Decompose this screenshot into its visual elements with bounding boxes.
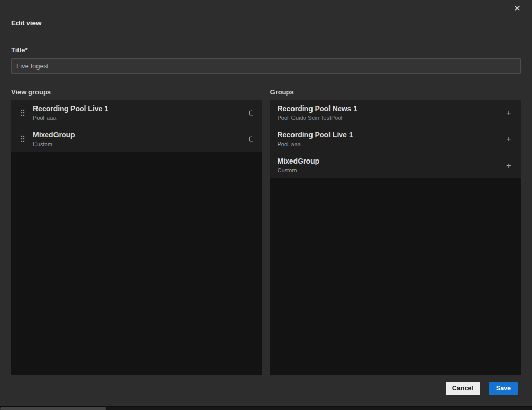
group-row: MixedGroup Custom + (270, 152, 521, 179)
group-name-label: aaa (291, 141, 301, 147)
scrollbar-thumb[interactable] (0, 407, 106, 410)
title-label: Title* (11, 46, 521, 54)
group-info: Recording Pool Live 1 Poolaaa (278, 131, 505, 148)
view-groups-panel: Recording Pool Live 1 Poolaaa (11, 100, 262, 375)
group-row: Recording Pool News 1 PoolGuido Sein Tes… (270, 100, 521, 126)
group-info: MixedGroup Custom (278, 157, 505, 174)
remove-group-icon[interactable] (248, 109, 255, 117)
add-group-icon[interactable]: + (504, 108, 513, 118)
add-group-icon[interactable]: + (504, 160, 513, 171)
edit-view-dialog: ✕ Edit view Title* View groups Record (0, 0, 532, 410)
group-info: Recording Pool News 1 PoolGuido Sein Tes… (278, 104, 505, 121)
group-title: Recording Pool News 1 (278, 104, 505, 114)
group-title: Recording Pool Live 1 (278, 131, 505, 140)
drag-handle-icon[interactable] (21, 135, 28, 142)
group-type-label: Pool (33, 115, 44, 121)
save-button[interactable]: Save (489, 382, 518, 395)
group-info: Recording Pool Live 1 Poolaaa (33, 104, 248, 121)
view-groups-heading: View groups (11, 88, 262, 96)
group-type-label: Custom (278, 167, 297, 173)
group-title: MixedGroup (33, 131, 248, 140)
group-name-label: Guido Sein TestPool (291, 115, 342, 121)
view-group-row: MixedGroup Custom (11, 126, 262, 152)
group-subtitle: Poolaaa (278, 141, 505, 147)
dialog-title: Edit view (11, 0, 521, 27)
group-subtitle: Poolaaa (33, 115, 248, 121)
group-type-label: Pool (278, 115, 289, 121)
cancel-button[interactable]: Cancel (446, 382, 480, 395)
group-title: Recording Pool Live 1 (33, 104, 248, 114)
remove-group-icon[interactable] (248, 135, 255, 143)
group-row: Recording Pool Live 1 Poolaaa + (270, 126, 521, 152)
group-subtitle: PoolGuido Sein TestPool (278, 115, 505, 121)
drag-handle-icon[interactable] (21, 109, 28, 116)
group-name-label: aaa (47, 115, 56, 121)
group-type-label: Custom (33, 141, 52, 147)
view-group-row: Recording Pool Live 1 Poolaaa (11, 100, 262, 126)
group-type-label: Pool (278, 141, 289, 147)
add-group-icon[interactable]: + (504, 134, 513, 145)
horizontal-scrollbar[interactable] (0, 406, 532, 410)
group-subtitle: Custom (33, 141, 248, 147)
columns: View groups Recording Pool Live 1 Poolaa (11, 88, 521, 375)
groups-panel: Recording Pool News 1 PoolGuido Sein Tes… (270, 100, 521, 375)
view-groups-column: View groups Recording Pool Live 1 Poolaa (11, 88, 262, 375)
groups-column: Groups Recording Pool News 1 PoolGuido S… (270, 88, 521, 375)
title-input[interactable] (11, 58, 521, 74)
group-subtitle: Custom (278, 167, 505, 173)
dialog-footer: Cancel Save (446, 382, 518, 395)
group-info: MixedGroup Custom (33, 131, 248, 148)
groups-heading: Groups (270, 88, 521, 96)
close-icon[interactable]: ✕ (511, 2, 523, 15)
group-title: MixedGroup (278, 157, 505, 166)
